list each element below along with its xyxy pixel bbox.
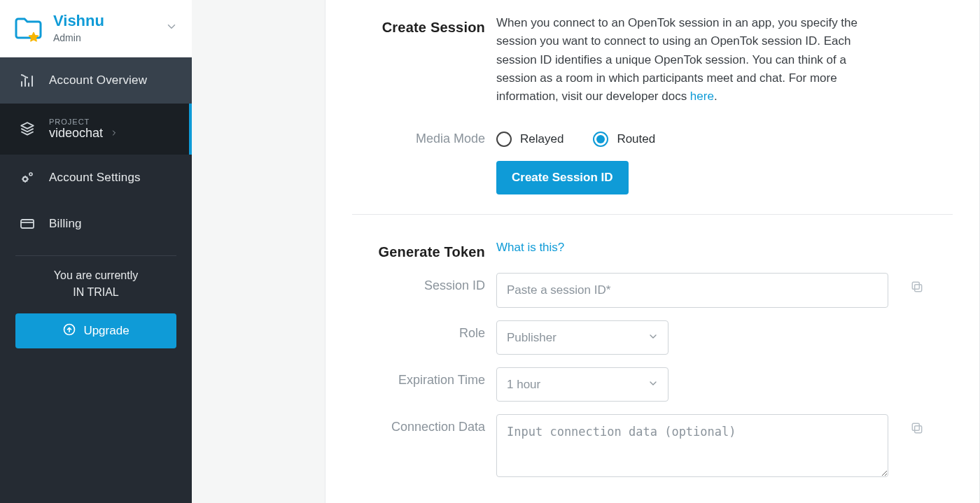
role-label: Role (352, 320, 485, 341)
expiration-select[interactable]: 1 hour (496, 367, 668, 402)
nav-account-settings[interactable]: Account Settings (0, 155, 192, 201)
desc-post: . (714, 90, 718, 103)
project-kicker: PROJECT (49, 118, 118, 126)
card-icon (18, 215, 36, 233)
copy-icon[interactable] (910, 421, 924, 438)
role-select[interactable]: Publisher (496, 320, 668, 355)
chevron-right-icon (110, 126, 118, 141)
what-is-this-link[interactable]: What is this? (496, 241, 564, 254)
session-id-input[interactable] (496, 273, 888, 308)
upgrade-button[interactable]: Upgrade (15, 313, 176, 348)
svg-point-1 (29, 173, 32, 176)
radio-outline-icon (593, 132, 608, 147)
project-name: videochat (49, 126, 103, 141)
main-area: Create Session When you connect to an Op… (192, 0, 980, 503)
chevron-down-icon (165, 20, 178, 36)
svg-rect-6 (915, 426, 922, 433)
radio-outline-icon (496, 132, 512, 147)
nav-billing[interactable]: Billing (0, 201, 192, 247)
media-mode-group: Relayed Routed (496, 126, 888, 148)
gears-icon (18, 169, 36, 187)
radio-relayed[interactable]: Relayed (496, 130, 564, 148)
expiration-label: Expiration Time (352, 367, 485, 388)
nav-label: Account Overview (49, 73, 147, 87)
nav-label: Billing (49, 217, 82, 231)
trial-line1: You are currently (15, 267, 176, 284)
session-id-label: Session ID (352, 273, 485, 293)
account-folder-star-icon (14, 14, 43, 42)
connection-data-label: Connection Data (352, 414, 485, 434)
create-session-title: Create Session (352, 14, 485, 36)
account-role: Admin (53, 32, 155, 43)
upgrade-label: Upgrade (83, 324, 129, 338)
create-session-id-label: Create Session ID (512, 171, 613, 184)
developer-docs-link[interactable]: here (690, 90, 714, 103)
account-name: Vishnu (53, 13, 155, 29)
svg-rect-5 (912, 282, 919, 289)
copy-icon[interactable] (910, 280, 924, 297)
desc-text: When you connect to an OpenTok session i… (496, 16, 858, 103)
svg-rect-7 (912, 423, 919, 430)
blocks-icon (18, 120, 36, 139)
section-divider (352, 214, 953, 215)
radio-routed[interactable]: Routed (593, 130, 655, 148)
sidebar: Vishnu Admin Account Overview PROJECT vi… (0, 0, 192, 503)
content-card: Create Session When you connect to an Op… (325, 0, 980, 503)
upload-circle-icon (62, 323, 76, 340)
svg-rect-4 (915, 285, 922, 292)
svg-rect-2 (21, 220, 34, 228)
account-switcher[interactable]: Vishnu Admin (0, 0, 192, 57)
radio-relayed-label: Relayed (520, 130, 564, 148)
trial-status: You are currently IN TRIAL (0, 267, 192, 313)
generate-token-title: Generate Token (352, 239, 485, 260)
create-session-description: When you connect to an OpenTok session i… (496, 14, 888, 106)
chart-bars-icon (18, 71, 36, 90)
nav-account-overview[interactable]: Account Overview (0, 57, 192, 104)
radio-routed-label: Routed (617, 130, 655, 148)
media-mode-label: Media Mode (352, 126, 485, 146)
sidebar-divider (15, 255, 176, 256)
create-session-id-button[interactable]: Create Session ID (496, 161, 629, 194)
connection-data-textarea[interactable] (496, 414, 888, 477)
nav-label: Account Settings (49, 171, 141, 185)
nav-project-videochat[interactable]: PROJECT videochat (0, 104, 192, 155)
trial-line2: IN TRIAL (15, 284, 176, 301)
